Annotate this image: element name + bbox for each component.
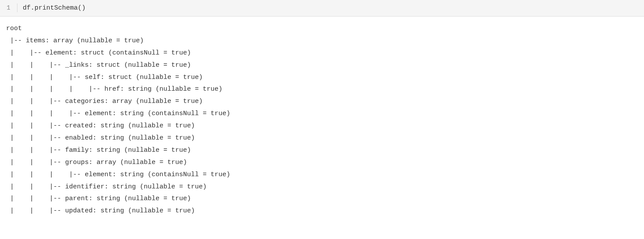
output-line: | |-- element: struct (containsNull = tr… xyxy=(6,49,191,57)
output-line: | | |-- created: string (nullable = true… xyxy=(6,122,195,130)
output-line: | | | |-- element: string (containsNull … xyxy=(6,171,230,178)
output-root: root xyxy=(6,25,22,32)
output-line: | | |-- _links: struct (nullable = true) xyxy=(6,61,191,69)
output-line: | | |-- updated: string (nullable = true… xyxy=(6,207,195,215)
line-number: 1 xyxy=(0,3,17,12)
output-line: | | |-- enabled: string (nullable = true… xyxy=(6,134,195,142)
output-line: | | | | |-- href: string (nullable = tru… xyxy=(6,85,222,93)
output-area: root |-- items: array (nullable = true) … xyxy=(0,17,644,223)
output-line: | | |-- parent: string (nullable = true) xyxy=(6,195,191,202)
code-cell: 1 df.printSchema() xyxy=(0,0,644,17)
output-line: | | |-- family: string (nullable = true) xyxy=(6,147,191,154)
code-content[interactable]: df.printSchema() xyxy=(17,3,91,13)
output-line: | | | |-- self: struct (nullable = true) xyxy=(6,74,203,81)
output-line: | | |-- categories: array (nullable = tr… xyxy=(6,98,203,105)
output-line: | | |-- identifier: string (nullable = t… xyxy=(6,183,207,191)
output-line: | | | |-- element: string (containsNull … xyxy=(6,110,230,117)
output-line: |-- items: array (nullable = true) xyxy=(6,37,144,44)
output-line: | | |-- groups: array (nullable = true) xyxy=(6,159,187,166)
